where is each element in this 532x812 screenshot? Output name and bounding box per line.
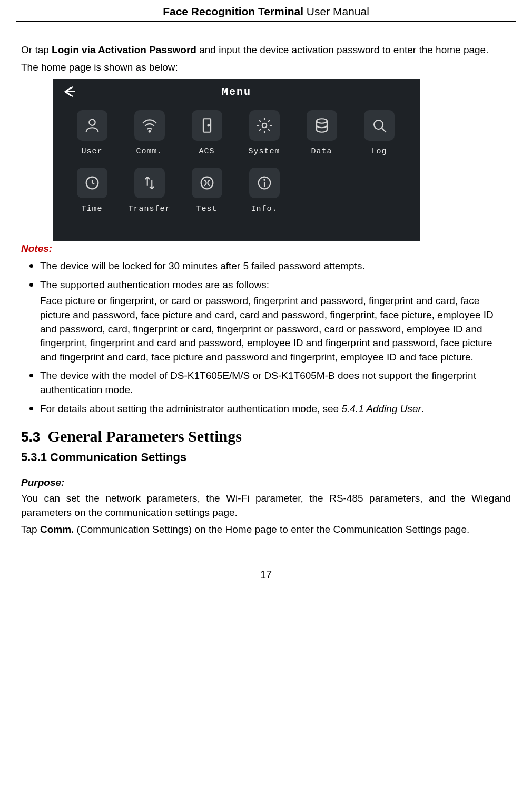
svg-point-4 [262, 123, 267, 128]
acs-icon [192, 110, 222, 141]
test-icon [192, 168, 222, 198]
menu-title: Menu [80, 86, 393, 98]
menu-item-comm[interactable]: Comm. [121, 110, 178, 156]
svg-point-10 [264, 180, 264, 180]
header-title-bold: Face Recognition Terminal [163, 5, 303, 17]
svg-point-8 [201, 177, 213, 189]
tap-comm-paragraph: Tap Comm. (Communication Settings) on th… [21, 523, 511, 537]
log-icon [364, 110, 395, 141]
menu-icon-grid: User Comm. ACS [53, 105, 420, 225]
cross-reference: 5.4.1 Adding User [341, 403, 421, 414]
svg-point-6 [374, 120, 383, 129]
transfer-icon [134, 168, 165, 198]
menu-item-log[interactable]: Log [350, 110, 408, 156]
intro-paragraph-1: Or tap Login via Activation Password and… [21, 43, 511, 57]
svg-point-3 [208, 125, 209, 126]
svg-point-0 [89, 120, 95, 125]
back-icon[interactable] [62, 85, 76, 99]
menu-item-time[interactable]: Time [63, 168, 121, 213]
menu-item-transfer[interactable]: Transfer [121, 168, 178, 213]
menu-item-test[interactable]: Test [178, 168, 235, 213]
menu-item-info[interactable]: Info. [235, 168, 293, 213]
page-header: Face Recognition Terminal User Manual [16, 0, 516, 22]
page-number: 17 [16, 569, 516, 581]
menu-item-user[interactable]: User [63, 110, 121, 156]
note-item-2-detail: Face picture or fingerprint, or card or … [40, 294, 511, 364]
purpose-heading: Purpose: [21, 477, 511, 488]
note-item-3: The device with the model of DS-K1T605E/… [40, 367, 511, 397]
header-title-rest: User Manual [303, 5, 369, 17]
time-icon [77, 168, 107, 198]
system-icon [249, 110, 280, 141]
notes-list: The device will be locked for 30 minutes… [21, 258, 511, 416]
data-icon [307, 110, 337, 141]
comm-bold: Comm. [40, 524, 74, 535]
login-via-activation: Login via Activation Password [52, 44, 196, 55]
svg-point-1 [149, 131, 150, 132]
intro-paragraph-2: The home page is shown as below: [21, 61, 511, 75]
section-5-3-1-heading: 5.3.1 Communication Settings [21, 451, 511, 464]
note-item-4: For details about setting the administra… [40, 400, 511, 416]
device-menu-screenshot: Menu User Comm. [53, 79, 420, 241]
info-icon [249, 168, 280, 198]
note-item-1: The device will be locked for 30 minutes… [40, 258, 511, 273]
note-item-2: The supported authentication modes are a… [40, 277, 511, 365]
purpose-body: You can set the network parameters, the … [21, 492, 511, 520]
menu-item-system[interactable]: System [235, 110, 293, 156]
user-icon [77, 110, 107, 141]
menu-item-acs[interactable]: ACS [178, 110, 235, 156]
section-5-3-heading: 5.3 General Parameters Settings [21, 427, 511, 445]
menu-item-data[interactable]: Data [293, 110, 350, 156]
svg-point-5 [317, 119, 327, 123]
notes-heading: Notes: [21, 243, 511, 255]
comm-icon [134, 110, 165, 141]
